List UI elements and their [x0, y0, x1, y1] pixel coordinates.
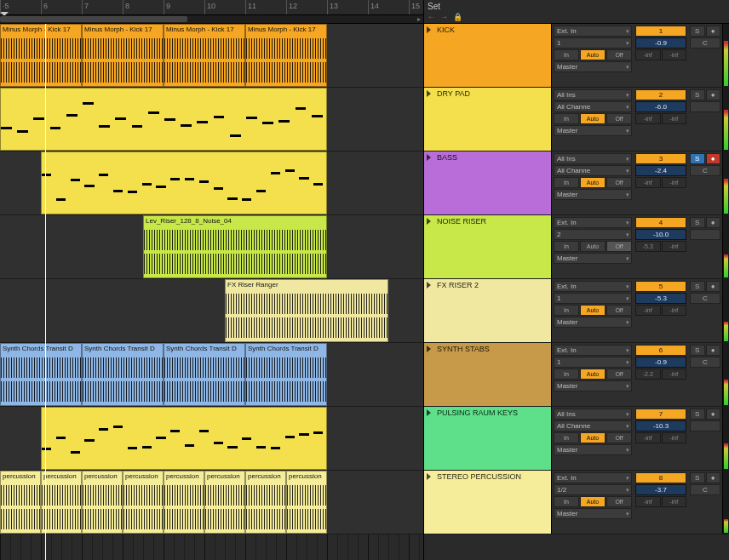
- output-dropdown[interactable]: Master: [554, 125, 632, 136]
- clip[interactable]: percussion: [0, 471, 41, 534]
- clip[interactable]: percussion: [204, 471, 245, 534]
- clip[interactable]: [0, 88, 327, 151]
- send-b[interactable]: -inf: [662, 369, 687, 380]
- solo-button[interactable]: S: [690, 217, 705, 228]
- output-dropdown[interactable]: Master: [554, 61, 632, 72]
- input-type-dropdown[interactable]: Ext. In: [554, 217, 632, 228]
- monitor-auto[interactable]: Auto: [580, 305, 606, 316]
- volume-value[interactable]: -10.0: [635, 229, 686, 240]
- clip[interactable]: FX Riser Ranger: [225, 279, 388, 342]
- monitor-auto[interactable]: Auto: [580, 369, 606, 380]
- send-a[interactable]: -inf: [635, 305, 661, 316]
- track-header[interactable]: DRY PAD: [424, 88, 552, 151]
- clip[interactable]: Lev_Riser_128_8_Noise_04: [143, 215, 327, 278]
- ruler-bar-11[interactable]: 11: [245, 0, 256, 14]
- volume-value[interactable]: -3.7: [635, 484, 686, 495]
- monitor-in[interactable]: In: [554, 496, 579, 507]
- track-row[interactable]: FX Riser Ranger: [0, 279, 423, 343]
- input-type-dropdown[interactable]: Ext. In: [554, 26, 632, 37]
- monitor-auto[interactable]: Auto: [580, 113, 606, 124]
- send-a[interactable]: -inf: [635, 49, 661, 60]
- volume-value[interactable]: -0.9: [635, 357, 686, 368]
- solo-button[interactable]: S: [690, 472, 705, 483]
- back-icon[interactable]: ←: [428, 13, 435, 21]
- track-number[interactable]: 4: [635, 217, 686, 228]
- lock-icon[interactable]: 🔒: [453, 13, 462, 21]
- clip[interactable]: percussion: [164, 471, 204, 534]
- input-channel-dropdown[interactable]: 1: [554, 357, 632, 368]
- record-arm-button[interactable]: ●: [706, 345, 721, 356]
- track-number[interactable]: 3: [635, 153, 686, 164]
- solo-button[interactable]: S: [690, 409, 705, 420]
- monitor-in[interactable]: In: [554, 113, 579, 124]
- clip[interactable]: percussion: [245, 471, 286, 534]
- input-type-dropdown[interactable]: All Ins: [554, 153, 632, 164]
- pan-control[interactable]: C: [690, 165, 720, 176]
- send-a[interactable]: -5.3: [635, 241, 661, 252]
- input-type-dropdown[interactable]: Ext. In: [554, 472, 632, 483]
- send-b[interactable]: -inf: [662, 496, 687, 507]
- send-a[interactable]: -2.2: [635, 369, 661, 380]
- record-arm-button[interactable]: ●: [706, 89, 721, 100]
- send-b[interactable]: -inf: [662, 305, 687, 316]
- volume-value[interactable]: -5.3: [635, 293, 686, 304]
- clip[interactable]: percussion: [123, 471, 164, 534]
- fold-icon[interactable]: [427, 473, 431, 480]
- monitor-off[interactable]: Off: [606, 113, 632, 124]
- monitor-in[interactable]: In: [554, 241, 579, 252]
- clip[interactable]: percussion: [41, 471, 82, 534]
- track-row[interactable]: Synth Chords Transit DSynth Chords Trans…: [0, 343, 423, 407]
- clip[interactable]: Minus Morph - Kick 17: [82, 24, 164, 87]
- record-arm-button[interactable]: ●: [706, 26, 721, 37]
- ruler-bar-9[interactable]: 9: [164, 0, 170, 14]
- ruler-bar-12[interactable]: 12: [286, 0, 297, 14]
- input-type-dropdown[interactable]: All Ins: [554, 409, 632, 420]
- ruler-bar-10[interactable]: 10: [204, 0, 215, 14]
- record-arm-button[interactable]: ●: [706, 472, 721, 483]
- volume-value[interactable]: -0.9: [635, 37, 686, 49]
- input-channel-dropdown[interactable]: All Channe: [554, 101, 632, 112]
- track-number[interactable]: 7: [635, 409, 686, 420]
- ruler-bar-8[interactable]: 8: [123, 0, 129, 14]
- record-arm-button[interactable]: ●: [706, 153, 721, 164]
- fold-icon[interactable]: [427, 90, 431, 97]
- output-dropdown[interactable]: Master: [554, 444, 632, 455]
- clip[interactable]: [41, 407, 327, 470]
- timeline-ruler[interactable]: ·56789101112131415: [0, 0, 423, 15]
- solo-button[interactable]: S: [690, 26, 705, 37]
- solo-button[interactable]: S: [690, 89, 705, 100]
- track-row[interactable]: percussionpercussionpercussionpercussion…: [0, 471, 423, 534]
- fold-icon[interactable]: [427, 282, 431, 289]
- fold-icon[interactable]: [427, 154, 431, 161]
- track-row[interactable]: [0, 407, 423, 471]
- clip[interactable]: Minus Morph - Kick 17: [164, 24, 245, 87]
- pan-control[interactable]: C: [690, 357, 720, 368]
- track-row[interactable]: [0, 88, 423, 151]
- clip[interactable]: Synth Chords Transit D: [164, 343, 245, 406]
- clip[interactable]: Minus Morph - Kick 17: [0, 24, 82, 87]
- input-channel-dropdown[interactable]: 2: [554, 229, 632, 240]
- forward-icon[interactable]: →: [440, 13, 448, 21]
- clip[interactable]: percussion: [286, 471, 327, 534]
- input-channel-dropdown[interactable]: 1: [554, 293, 632, 304]
- arrangement-view[interactable]: ·56789101112131415 ◂ ▸ Minus Morph - Kic…: [0, 0, 424, 560]
- send-b[interactable]: -inf: [662, 49, 687, 60]
- track-header[interactable]: FX RISER 2: [424, 279, 552, 342]
- fold-icon[interactable]: [427, 218, 431, 225]
- solo-button[interactable]: S: [690, 281, 705, 292]
- tracks-area[interactable]: Minus Morph - Kick 17Minus Morph - Kick …: [0, 24, 423, 560]
- volume-value[interactable]: -6.0: [635, 101, 686, 112]
- clip[interactable]: [41, 151, 327, 214]
- ruler-bar-5[interactable]: ·5: [0, 0, 9, 14]
- monitor-off[interactable]: Off: [606, 177, 632, 188]
- horizontal-scrollbar[interactable]: ◂ ▸: [0, 15, 423, 24]
- monitor-off[interactable]: Off: [606, 241, 632, 252]
- send-a[interactable]: -inf: [635, 113, 661, 124]
- record-arm-button[interactable]: ●: [706, 281, 721, 292]
- monitor-in[interactable]: In: [554, 177, 579, 188]
- send-a[interactable]: -inf: [635, 432, 661, 443]
- track-header[interactable]: SYNTH STABS: [424, 343, 552, 406]
- send-a[interactable]: -inf: [635, 177, 661, 188]
- send-b[interactable]: -inf: [662, 241, 687, 252]
- track-number[interactable]: 5: [635, 281, 686, 292]
